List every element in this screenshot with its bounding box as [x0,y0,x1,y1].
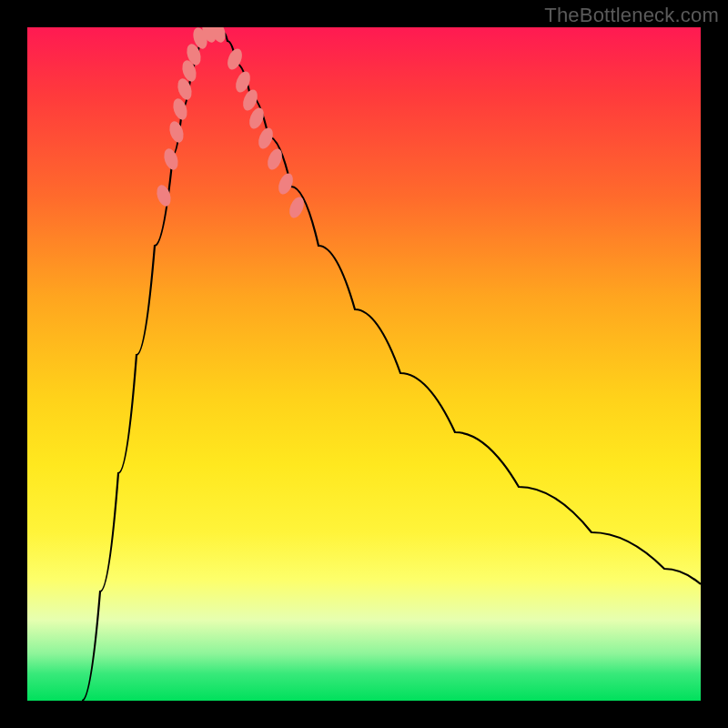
right-branch-path [223,32,701,584]
left-branch-path [82,32,205,701]
bead-marker [265,147,285,171]
bead-marker [162,147,181,171]
bead-marker [276,171,296,196]
chart-frame: TheBottleneck.com [0,0,728,728]
bead-markers [155,27,307,220]
bead-marker [155,183,174,207]
bead-marker [167,119,187,144]
plot-area [27,27,701,701]
watermark-text: TheBottleneck.com [544,4,719,27]
curve-svg [27,27,701,701]
